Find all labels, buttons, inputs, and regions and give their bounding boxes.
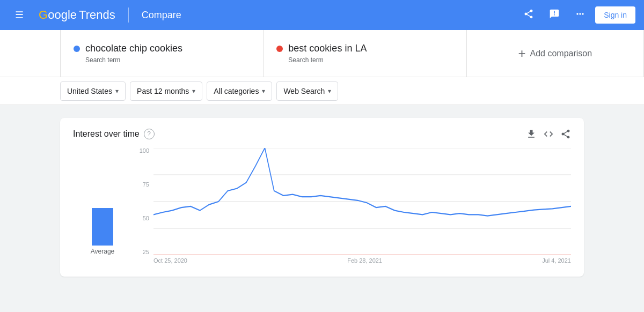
search-term-2[interactable]: best cookies in LA Search term: [264, 30, 466, 77]
embed-button[interactable]: [543, 129, 554, 139]
location-filter[interactable]: United States ▾: [60, 81, 126, 101]
share-chart-button[interactable]: [560, 129, 571, 139]
y-label-25: 25: [143, 249, 149, 255]
x-label-jul: Jul 4, 2021: [542, 257, 571, 264]
logo: Google Trends: [39, 8, 115, 22]
sign-in-button[interactable]: Sign in: [595, 6, 635, 24]
average-bar: [92, 208, 113, 246]
search-type-filter[interactable]: Web Search ▾: [276, 81, 338, 101]
feedback-button[interactable]: [544, 4, 565, 26]
google-wordmark: Google: [39, 8, 77, 22]
trends-wordmark: Trends: [79, 8, 115, 22]
location-label: United States: [67, 87, 112, 95]
y-label-75: 75: [143, 182, 149, 188]
card-actions: [526, 129, 571, 139]
x-label-feb: Feb 28, 2021: [347, 257, 382, 264]
header-actions: Sign in: [518, 4, 635, 26]
chart-svg-area: [153, 148, 571, 255]
average-label: Average: [91, 248, 114, 255]
category-label: All categories: [214, 87, 259, 95]
search-terms-bar: chocolate chip cookies Search term best …: [0, 30, 644, 77]
search-term-1-name: chocolate chip cookies: [74, 43, 250, 54]
menu-button[interactable]: ☰: [9, 4, 30, 26]
search-type-arrow: ▾: [328, 87, 331, 95]
card-header: Interest over time ?: [73, 129, 571, 139]
time-filter[interactable]: Past 12 months ▾: [130, 81, 202, 101]
time-label: Past 12 months: [137, 87, 189, 95]
feedback-icon: [549, 9, 560, 22]
term-2-dot: [276, 46, 283, 52]
header-divider: [128, 8, 129, 23]
search-term-2-name: best cookies in LA: [276, 43, 453, 54]
header: ☰ Google Trends Compare Sign in: [0, 0, 644, 30]
card-title: Interest over time: [73, 129, 140, 139]
search-type-label: Web Search: [283, 87, 325, 95]
category-filter[interactable]: All categories ▾: [207, 81, 272, 101]
category-arrow: ▾: [262, 87, 265, 95]
help-icon[interactable]: ?: [144, 129, 155, 139]
chart-average: Average: [73, 208, 132, 266]
time-arrow: ▾: [192, 87, 195, 95]
x-label-oct: Oct 25, 2020: [153, 257, 187, 264]
search-term-1[interactable]: chocolate chip cookies Search term: [60, 30, 264, 77]
y-label-100: 100: [140, 148, 149, 154]
apps-icon: [575, 9, 586, 22]
interest-over-time-card: Interest over time ? Average: [60, 118, 584, 277]
y-label-50: 50: [143, 216, 149, 221]
main-content: Interest over time ? Average: [0, 105, 644, 289]
chart-plot-area: 100 75 50 25: [132, 148, 571, 266]
card-title-area: Interest over time ?: [73, 129, 155, 139]
y-axis: 100 75 50 25: [132, 148, 153, 255]
download-button[interactable]: [526, 129, 537, 139]
term-1-dot: [74, 46, 80, 52]
trend-line-chart: [153, 148, 571, 255]
compare-label: Compare: [142, 10, 181, 21]
location-arrow: ▾: [115, 87, 119, 95]
add-comparison-label: Add comparison: [530, 49, 592, 58]
share-button[interactable]: [518, 4, 539, 26]
x-axis: Oct 25, 2020 Feb 28, 2021 Jul 4, 2021: [153, 255, 571, 266]
share-icon: [523, 9, 534, 22]
menu-icon: ☰: [15, 9, 24, 21]
chart-container: Average 100 75 50 25: [73, 148, 571, 266]
add-icon: +: [518, 46, 526, 61]
apps-button[interactable]: [569, 4, 591, 26]
search-term-2-type: Search term: [276, 56, 453, 64]
search-term-1-type: Search term: [74, 56, 250, 64]
filters-bar: United States ▾ Past 12 months ▾ All cat…: [0, 77, 644, 105]
add-comparison-button[interactable]: + Add comparison: [467, 30, 644, 77]
